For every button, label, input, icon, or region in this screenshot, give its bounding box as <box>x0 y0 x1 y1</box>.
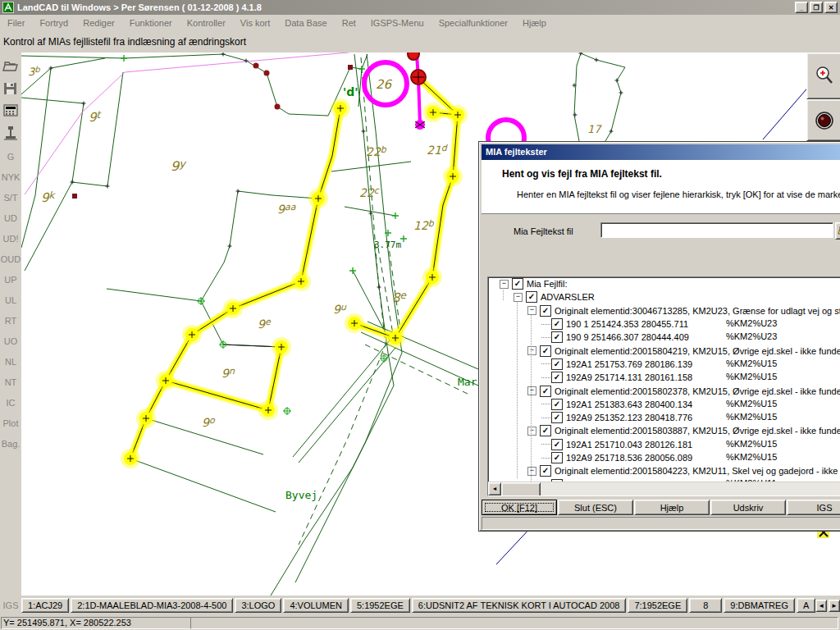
scrollbar-thumb[interactable] <box>501 482 541 496</box>
info-bar: Kontrol af MIAs fejllistefil fra indlæsn… <box>0 31 840 53</box>
close-button[interactable]: ✕ <box>824 2 838 13</box>
sheet-tab-2[interactable]: 2:1D-MAALEBLAD-MIA3-2008-4-500 <box>71 598 233 613</box>
toolbar-button-plot[interactable]: Plot <box>3 418 19 428</box>
save-icon[interactable] <box>2 80 20 97</box>
tree-checkbox[interactable]: ✓ <box>512 278 523 290</box>
tree-row[interactable]: ✓192A9 251714.131 280161.158%KM2%U15 <box>488 371 840 384</box>
toolbar-button-oud[interactable]: OUD <box>1 254 21 264</box>
sheet-tab-8[interactable]: 8 <box>689 598 722 613</box>
tree-checkbox[interactable]: ✓ <box>551 358 563 370</box>
toolbar-button-g[interactable]: G <box>7 152 15 162</box>
toolbar-button-rt[interactable]: RT <box>5 316 16 326</box>
tree-expander[interactable]: − <box>527 427 536 436</box>
open-folder-icon[interactable] <box>2 58 20 75</box>
tab-scroll-right-button[interactable]: ► <box>829 600 840 612</box>
tree-row[interactable]: ✓190 1 251424.353 280455.711%KM2%U23 <box>488 317 840 331</box>
tree-checkbox[interactable]: ✓ <box>551 372 563 383</box>
tree-item-label: Mia Fejlfil: <box>527 279 568 289</box>
tree-row[interactable]: ✓192A9 251718.536 280056.089%KM2%U15 <box>488 451 840 464</box>
toolbar-button-bag[interactable]: Bag. <box>2 439 21 449</box>
tree-checkbox[interactable]: ✓ <box>540 305 551 317</box>
tree-row[interactable]: −✓Originalt elementid:20015803887, KM2U1… <box>488 424 840 437</box>
tree-expander[interactable]: − <box>527 346 536 355</box>
dialog-button-slutesc[interactable]: Slut (ESC) <box>558 500 633 515</box>
tree-expander[interactable]: − <box>527 467 536 476</box>
tree-row[interactable]: ✓192A9 251352.123 280418.776%KM2%U15 <box>488 411 840 424</box>
tree-row[interactable]: ✓192A1 251383.643 280400.134%KM2%U15 <box>488 398 840 411</box>
tree-horizontal-scrollbar[interactable]: ◄ <box>488 482 840 495</box>
tree-checkbox[interactable]: ✓ <box>551 452 563 463</box>
toolbar-button-ud![interactable]: UD! <box>3 234 19 244</box>
redraw-tool-button[interactable] <box>806 99 840 141</box>
sheet-tab-4[interactable]: 4:VOLUMEN <box>283 598 349 613</box>
sheet-tab-7[interactable]: 7:1952EGE <box>628 598 687 613</box>
toolbar-button-uo[interactable]: UO <box>4 336 18 346</box>
sheet-tab-1[interactable]: 1:ACJ29 <box>21 598 69 613</box>
toolbar-button-nl[interactable]: NL <box>5 357 16 367</box>
tree-item-code: %KM2%U15 <box>726 372 777 381</box>
menu-item-kontroller[interactable]: Kontroller <box>180 18 233 28</box>
dialog-title-bar[interactable]: MIA fejltekster <box>482 144 840 160</box>
plotter-icon[interactable] <box>2 125 20 141</box>
sheet-tab-5[interactable]: 5:1952EGE <box>350 598 410 613</box>
tree-checkbox[interactable]: ✓ <box>540 425 551 436</box>
scroll-left-button[interactable]: ◄ <box>488 482 501 495</box>
toolbar-button-ud[interactable]: UD <box>4 213 17 223</box>
menu-item-filer[interactable]: Filer <box>0 18 32 28</box>
menu-item-viskort[interactable]: Vis kort <box>233 18 277 28</box>
menu-item-igspsmenu[interactable]: IGSPS-Menu <box>363 18 431 28</box>
sheet-tab-9[interactable]: 9:DBMATREG <box>724 598 795 613</box>
tree-row[interactable]: ✓192A1 251710.043 280126.181%KM2%U15 <box>488 438 840 451</box>
tree-row[interactable]: −✓Originalt elementid:20015804223, KM2U1… <box>488 464 840 477</box>
igs-label: IGS <box>0 600 21 610</box>
mia-file-input[interactable] <box>600 222 833 238</box>
dialog-button-udskriv[interactable]: Udskriv <box>710 500 786 515</box>
tree-expander[interactable]: − <box>500 280 509 289</box>
menu-item-ret[interactable]: Ret <box>335 18 363 28</box>
tree-checkbox[interactable]: ✓ <box>551 331 563 343</box>
tree-expander[interactable]: − <box>514 293 523 302</box>
menu-item-hjlp[interactable]: Hjælp <box>515 18 554 28</box>
dialog-button-okf12[interactable]: OK [F12] <box>482 500 557 515</box>
tree-row[interactable]: −✓Originalt elementid:30046713285, KM2U2… <box>488 304 840 317</box>
tree-checkbox[interactable]: ✓ <box>526 291 537 303</box>
dialog-button-igs[interactable]: IGS <box>787 500 840 515</box>
tree-row[interactable]: −✓Originalt elementid:20015802378, KM2U1… <box>488 384 840 397</box>
toolbar-button-ul[interactable]: UL <box>5 295 16 305</box>
zoom-tool-button[interactable] <box>806 52 840 99</box>
toolbar-button-ic[interactable]: IC <box>7 398 16 408</box>
toolbar-button-s/t[interactable]: S/T <box>3 193 17 203</box>
menu-item-database[interactable]: Data Base <box>277 18 334 28</box>
tree-checkbox[interactable]: ✓ <box>540 465 551 477</box>
toolbar-button-up[interactable]: UP <box>4 275 16 285</box>
toolbar-button-nt[interactable]: NT <box>5 377 17 387</box>
browse-folder-button[interactable] <box>835 222 840 240</box>
tree-checkbox[interactable]: ✓ <box>551 412 563 423</box>
menu-item-rediger[interactable]: Rediger <box>75 18 122 28</box>
tree-row[interactable]: ✓192A1 251753.769 280186.139%KM2%U15 <box>488 358 840 371</box>
tree-checkbox[interactable]: ✓ <box>551 439 563 450</box>
sheet-tab-6[interactable]: 6:UDSNIT2 AF TEKNISK KORT I AUTOCAD 2008 <box>412 598 627 613</box>
menu-item-fortryd[interactable]: Fortryd <box>32 18 75 28</box>
tree-row[interactable]: −✓ADVARSLER <box>488 290 840 304</box>
menu-item-funktioner[interactable]: Funktioner <box>122 18 180 28</box>
tree-checkbox[interactable]: ✓ <box>551 318 563 330</box>
maximize-button[interactable]: ❐ <box>810 2 823 13</box>
tree-checkbox[interactable]: ✓ <box>540 345 551 357</box>
tree-checkbox[interactable]: ✓ <box>540 386 551 397</box>
tree-row[interactable]: −✓Originalt elementid:20015804219, KM2U1… <box>488 344 840 357</box>
tree-row[interactable]: −✓Mia Fejlfil: <box>488 277 840 290</box>
tree-row[interactable]: ✓190 9 251466.307 280444.409%KM2%U23 <box>488 331 840 344</box>
tab-scroll-left-button[interactable]: ◄ <box>815 600 827 612</box>
minimize-button[interactable]: _ <box>795 2 808 13</box>
dialog-button-hjlp[interactable]: Hjælp <box>634 500 710 515</box>
tree-expander[interactable]: − <box>527 386 536 395</box>
calculator-icon[interactable] <box>2 103 20 119</box>
tree-checkbox[interactable]: ✓ <box>551 399 563 410</box>
sheet-tab-3[interactable]: 3:LOGO <box>235 598 281 613</box>
toolbar-button-nyk[interactable]: NYK <box>2 172 21 182</box>
menu-item-specialfunktioner[interactable]: Specialfunktioner <box>431 18 515 28</box>
tree-expander[interactable]: − <box>527 306 536 315</box>
error-tree[interactable]: −✓Mia Fejlfil:−✓ADVARSLER−✓Originalt ele… <box>487 276 840 496</box>
sheet-tab-A[interactable]: A <box>797 598 815 613</box>
